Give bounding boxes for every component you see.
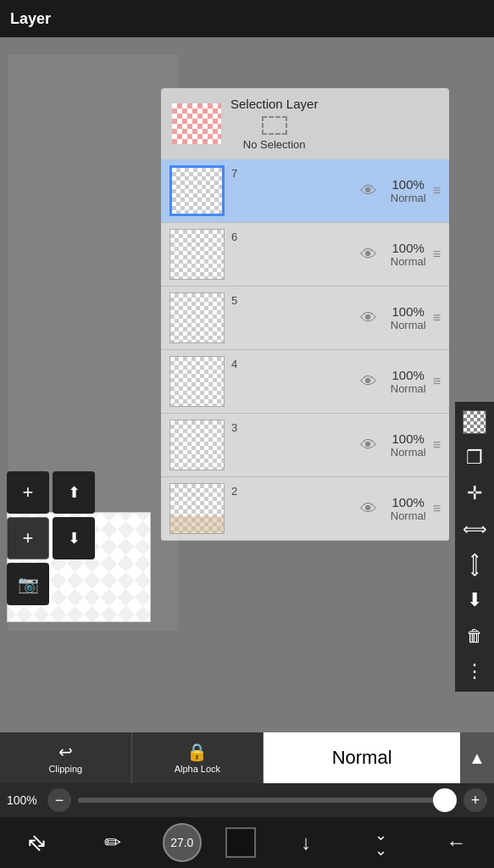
angle-value: 27.0 bbox=[170, 836, 193, 849]
back-nav-item[interactable]: ← bbox=[431, 821, 482, 864]
right-sidebar: ❐ ✛ ⟺ ⟺ ⬇ 🗑 ⋮ bbox=[455, 402, 494, 692]
more-options-icon: ⋮ bbox=[465, 660, 484, 682]
layer-row-inner-6: 6 👁 100% Normal ≡ bbox=[169, 229, 441, 280]
action-row-3: 📷 bbox=[7, 563, 95, 605]
angle-display[interactable]: 27.0 bbox=[163, 823, 202, 862]
swap-nav-item[interactable]: ⇄ bbox=[12, 821, 63, 864]
checkerboard-icon bbox=[463, 410, 486, 434]
down-icon: ↓ bbox=[301, 831, 311, 854]
layer-number-5: 5 bbox=[231, 292, 245, 307]
blend-mode-button[interactable]: Normal bbox=[264, 732, 460, 783]
clipping-icon: ↩ bbox=[58, 742, 73, 762]
opacity-row: 100% − + bbox=[0, 783, 494, 817]
download-icon: ⬇ bbox=[467, 589, 482, 611]
layer-row-inner-2: 2 👁 100% Normal ≡ bbox=[169, 483, 441, 534]
layer-opacity-blend-6: 100% Normal bbox=[391, 241, 426, 268]
layer-number-4: 4 bbox=[231, 356, 245, 370]
layer-blend-5: Normal bbox=[391, 319, 426, 331]
clipping-button[interactable]: ↩ Clipping bbox=[0, 732, 132, 783]
down-nav-item[interactable]: ↓ bbox=[280, 821, 331, 864]
layer-blend-6: Normal bbox=[391, 255, 426, 268]
camera-button[interactable]: 📷 bbox=[7, 563, 49, 605]
layer-menu-icon-6[interactable]: ≡ bbox=[433, 247, 441, 262]
layer-thumb-4 bbox=[169, 356, 225, 407]
visibility-icon-2[interactable]: 👁 bbox=[360, 499, 377, 519]
layer-opacity-2: 100% bbox=[392, 495, 425, 509]
opacity-minus-button[interactable]: − bbox=[47, 788, 71, 812]
layer-menu-icon-3[interactable]: ≡ bbox=[433, 437, 441, 453]
layer-menu-icon-4[interactable]: ≡ bbox=[433, 374, 441, 389]
selection-layer-title: Selection Layer bbox=[230, 97, 318, 111]
layer-number-6: 6 bbox=[231, 229, 245, 243]
layer-menu-icon-7[interactable]: ≡ bbox=[433, 183, 441, 198]
back-icon: ← bbox=[447, 831, 467, 854]
layer-row-inner-3: 3 👁 100% Normal ≡ bbox=[169, 420, 441, 470]
layer-row[interactable]: 6 👁 100% Normal ≡ bbox=[161, 223, 449, 287]
visibility-icon-4[interactable]: 👁 bbox=[360, 372, 377, 392]
blend-mode-label: Normal bbox=[332, 747, 392, 769]
alpha-lock-button[interactable]: 🔒 Alpha Lock bbox=[132, 732, 264, 783]
selection-layer-row: Selection Layer No Selection bbox=[161, 88, 449, 159]
add-layer-button[interactable]: + bbox=[7, 471, 49, 514]
merge-button[interactable]: ⬇ bbox=[53, 517, 95, 559]
layer-row[interactable]: 4 👁 100% Normal ≡ bbox=[161, 350, 449, 414]
action-row-1: + ⬆ bbox=[7, 471, 95, 514]
opacity-slider-track[interactable] bbox=[78, 798, 457, 803]
move-icon: ✛ bbox=[467, 482, 482, 504]
no-selection-text: No Selection bbox=[243, 138, 306, 151]
chevron-nav-item[interactable]: ⌄⌄ bbox=[356, 821, 407, 864]
layer-number-7: 7 bbox=[231, 165, 245, 180]
visibility-icon-5[interactable]: 👁 bbox=[360, 309, 377, 328]
delete-tool[interactable]: 🗑 bbox=[458, 619, 491, 653]
layer-opacity-7: 100% bbox=[392, 177, 425, 192]
download-tool[interactable]: ⬇ bbox=[458, 583, 491, 617]
more-options-tool[interactable]: ⋮ bbox=[458, 654, 491, 688]
alpha-lock-label: Alpha Lock bbox=[175, 764, 220, 774]
flip-horizontal-icon: ⟺ bbox=[463, 519, 487, 539]
layer-blend-2: Normal bbox=[391, 509, 426, 522]
checkerboard-tool[interactable] bbox=[458, 405, 491, 439]
layer-duplicate-tool[interactable]: ❐ bbox=[458, 441, 491, 475]
layer-blend-3: Normal bbox=[391, 446, 426, 459]
opacity-slider-thumb[interactable] bbox=[433, 788, 457, 812]
layer-list: 7 👁 100% Normal ≡ 6 👁 bbox=[161, 159, 449, 541]
layer-opacity-blend-7: 100% Normal bbox=[391, 177, 426, 204]
layer-menu-icon-2[interactable]: ≡ bbox=[433, 501, 441, 516]
layer-menu-icon-5[interactable]: ≡ bbox=[433, 310, 441, 326]
layer-row[interactable]: 3 👁 100% Normal ≡ bbox=[161, 414, 449, 477]
layer-thumb-2 bbox=[169, 483, 225, 534]
brush-icon: ✏ bbox=[104, 831, 121, 854]
layer-thumb-6 bbox=[169, 229, 225, 280]
add-square-button[interactable]: + bbox=[7, 517, 49, 559]
visibility-icon-3[interactable]: 👁 bbox=[360, 436, 377, 455]
swap-icon: ⇄ bbox=[23, 828, 52, 857]
flip-vertical-icon: ⟺ bbox=[464, 553, 485, 577]
layer-row[interactable]: 2 👁 100% Normal ≡ bbox=[161, 477, 449, 541]
flip-horizontal-tool[interactable]: ⟺ bbox=[458, 512, 491, 546]
header-title: Layer bbox=[10, 10, 51, 28]
import-button[interactable]: ⬆ bbox=[53, 471, 95, 514]
selection-dashed-box bbox=[262, 116, 287, 135]
opacity-plus-button[interactable]: + bbox=[463, 788, 487, 812]
layer-row[interactable]: 7 👁 100% Normal ≡ bbox=[161, 159, 449, 223]
flip-vertical-tool[interactable]: ⟺ bbox=[458, 548, 491, 581]
layer-duplicate-icon: ❐ bbox=[466, 447, 483, 469]
visibility-icon-6[interactable]: 👁 bbox=[360, 245, 377, 264]
alpha-lock-icon: 🔒 bbox=[186, 742, 208, 762]
blend-mode-arrow[interactable]: ▲ bbox=[460, 732, 494, 783]
bottom-toolbar: ↩ Clipping 🔒 Alpha Lock Normal ▲ bbox=[0, 732, 494, 783]
layer-opacity-5: 100% bbox=[392, 304, 425, 319]
color-swatch[interactable] bbox=[225, 827, 256, 858]
layer-blend-7: Normal bbox=[391, 192, 426, 204]
selection-layer-thumb bbox=[171, 103, 222, 145]
layer-opacity-blend-2: 100% Normal bbox=[391, 495, 426, 522]
layer-opacity-3: 100% bbox=[392, 431, 425, 446]
layer-row-inner-4: 4 👁 100% Normal ≡ bbox=[169, 356, 441, 407]
action-row-2: + ⬇ bbox=[7, 517, 95, 559]
layer-row[interactable]: 5 👁 100% Normal ≡ bbox=[161, 287, 449, 350]
brush-nav-item[interactable]: ✏ bbox=[87, 821, 138, 864]
move-tool[interactable]: ✛ bbox=[458, 476, 491, 510]
arrow-up-icon: ▲ bbox=[469, 748, 486, 768]
visibility-icon-7[interactable]: 👁 bbox=[360, 181, 377, 201]
chevron-down-icon: ⌄⌄ bbox=[375, 827, 387, 858]
